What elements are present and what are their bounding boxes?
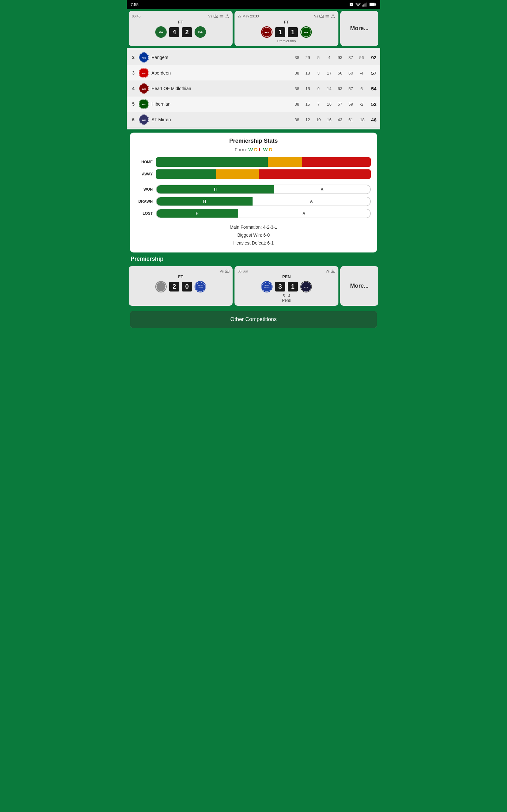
stmirren-logo: SMFC [139, 114, 149, 125]
premiership-section-header: Premiership [127, 252, 380, 264]
vs-label: Vs [208, 14, 212, 18]
svg-rect-8 [370, 3, 375, 6]
away-bar-container [156, 169, 371, 179]
table-row[interactable]: 4 HMFC Heart OF Midlothian 381591463576 … [127, 81, 380, 96]
card1-teams: CEL 4 2 CEL [132, 26, 229, 38]
vs-label4: Vs [326, 269, 330, 273]
team-points: 92 [368, 55, 377, 60]
form-w2: W [263, 147, 268, 152]
bottom-card1-status: FT [132, 274, 229, 279]
more-label-bottom: More... [350, 283, 369, 289]
stats-title: Premiership Stats [136, 138, 371, 144]
stats-card: Premiership Stats Form: W D L W D HOME [130, 133, 377, 252]
svg-rect-19 [321, 14, 322, 15]
svg-text:COUNTY: COUNTY [198, 287, 203, 289]
hibernian-logo: HIB [139, 99, 149, 109]
more-card-top[interactable]: More... [340, 11, 378, 46]
svg-rect-6 [366, 3, 367, 7]
away-bar-yellow [216, 169, 259, 179]
card2-home-score: 1 [275, 27, 285, 37]
card2-away-score: 1 [288, 27, 298, 37]
team-points: 46 [368, 117, 377, 122]
svg-marker-42 [195, 282, 205, 292]
team-stats: 38183175660-4 [293, 71, 365, 75]
table-row[interactable]: 3 AFC Aberdeen 38183175660-4 57 [127, 65, 380, 81]
list-icon [219, 14, 224, 18]
svg-rect-47 [332, 270, 333, 270]
team-stats: 381210164361-18 [293, 117, 365, 122]
lost-ha-green: H [157, 209, 238, 217]
form-d1: D [254, 147, 258, 152]
bottom-card1-teams: 2 0 ROSS COUNTY [132, 281, 229, 293]
signal-icon [362, 2, 368, 7]
card1-away-logo: CEL [194, 26, 206, 38]
form-row: Form: W D L W D [136, 147, 371, 152]
svg-text:AFC: AFC [142, 72, 146, 74]
lost-ha-row: LOST H A [136, 209, 371, 218]
card1-time: 06:45 [132, 14, 141, 18]
home-bar-container [156, 157, 371, 167]
card1-header: 06:45 Vs [132, 14, 229, 18]
svg-point-2 [358, 6, 358, 6]
svg-point-16 [227, 14, 228, 15]
team-stats: 382954933756 [293, 55, 365, 60]
home-bar-red [302, 157, 371, 167]
battery-icon [370, 3, 377, 6]
match-card-2[interactable]: 27 May 23:30 Vs FT HRT 1 1 HIB [234, 11, 338, 46]
bottom-card2-away-score: 1 [288, 282, 298, 292]
team-name: Aberdeen [152, 70, 291, 75]
svg-marker-48 [262, 282, 272, 292]
bottom-card2-teams: ROSS COUNTY 3 1 PTF [238, 281, 335, 293]
drawn-ha-container: H A [156, 197, 371, 206]
bottom-match-card-1[interactable]: Vs FT 2 0 ROSS COUNTY [129, 266, 233, 306]
pens-extra: 5 - 4 Pens [238, 294, 335, 303]
team-name: Heart OF Midlothian [152, 86, 291, 91]
form-l1: L [259, 147, 262, 152]
more-card-bottom[interactable]: More... [340, 266, 378, 306]
card1-away-score: 2 [182, 27, 192, 37]
away-bar-row: AWAY [136, 169, 371, 179]
person-icon2 [331, 14, 335, 18]
rangers-logo: RFC [139, 52, 149, 62]
team-name: Rangers [152, 55, 291, 60]
aberdeen-logo: AFC [139, 68, 149, 78]
bottom-card2-time: 05 Jun [238, 269, 248, 273]
svg-point-46 [332, 270, 334, 272]
svg-point-41 [156, 282, 166, 292]
bottom-match-card-2[interactable]: 05 Jun Vs PEN ROSS COUNTY 3 1 PTF [234, 266, 338, 306]
card2-home-logo: HRT [261, 26, 273, 38]
bottom-card1-home-logo [155, 281, 167, 293]
drawn-label: DRAWN [136, 199, 153, 204]
row-position: 3 [130, 70, 136, 75]
svg-point-11 [215, 16, 216, 17]
stats-info: Main Formation: 4-2-3-1 Biggest Win: 6-0… [136, 223, 371, 247]
away-bar-label: AWAY [136, 172, 153, 176]
team-points: 54 [368, 86, 377, 91]
other-competitions-button[interactable]: Other Competitions [130, 311, 377, 328]
row-position: 4 [130, 86, 136, 91]
bottom-card2-header: 05 Jun Vs [238, 269, 335, 273]
table-row[interactable]: 2 RFC Rangers 382954933756 92 [127, 50, 380, 65]
table-row[interactable]: 6 SMFC ST Mirren 381210164361-18 46 [127, 112, 380, 128]
premiership-label: Premiership [130, 256, 164, 262]
main-formation: Main Formation: 4-2-3-1 [136, 223, 371, 231]
team-name: Hibernian [152, 101, 291, 107]
team-points: 52 [368, 101, 377, 107]
ross-county-logo2: ROSS COUNTY [261, 281, 273, 293]
lost-label: LOST [136, 211, 153, 216]
list-icon2 [325, 14, 330, 18]
thistle-logo: PTF [300, 281, 312, 293]
match-card-1[interactable]: 06:45 Vs FT CEL 4 2 CEL [129, 11, 233, 46]
away-bar-red [259, 169, 371, 179]
card1-home-score: 4 [169, 27, 179, 37]
svg-rect-12 [215, 14, 216, 15]
bottom-card2-icons: Vs [326, 269, 335, 273]
svg-text:ROSS: ROSS [198, 285, 203, 287]
more-label-top: More... [350, 25, 369, 32]
home-bar-green [156, 157, 268, 167]
camera-icon2 [320, 14, 324, 18]
svg-text:A: A [351, 3, 352, 6]
team-stats: 381591463576 [293, 86, 365, 91]
table-row[interactable]: 5 HIB Hibernian 38157165759-2 52 [127, 96, 380, 112]
bottom-card1-icons: Vs [220, 269, 229, 273]
